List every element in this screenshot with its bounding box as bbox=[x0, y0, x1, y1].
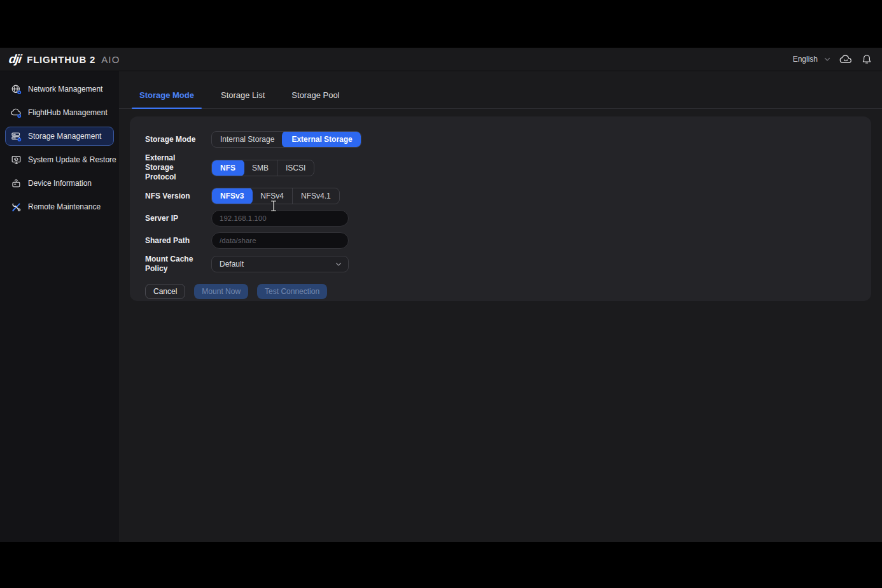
option-nfsv4-1[interactable]: NFSv4.1 bbox=[292, 188, 339, 204]
select-value: Default bbox=[220, 260, 244, 269]
sidebar-item-label: Device Information bbox=[28, 179, 92, 188]
dji-flighthub-logo: dji FLIGHTHUB 2 AIO bbox=[9, 52, 120, 66]
tools-icon bbox=[11, 202, 22, 213]
mount-now-button[interactable]: Mount Now bbox=[194, 284, 248, 299]
server-gear-icon bbox=[11, 131, 22, 142]
option-external-storage[interactable]: External Storage bbox=[282, 131, 361, 148]
sidebar-item-remote-maintenance[interactable]: Remote Maintenance bbox=[5, 197, 114, 216]
sidebar-item-flighthub-management[interactable]: FlightHub Management bbox=[5, 103, 114, 122]
sidebar-item-label: Remote Maintenance bbox=[28, 202, 101, 211]
tab-storage-pool[interactable]: Storage Pool bbox=[284, 90, 347, 108]
sidebar-item-system-update-restore[interactable]: System Update & Restore bbox=[5, 150, 114, 169]
storage-mode-label: Storage Mode bbox=[145, 135, 211, 144]
option-iscsi[interactable]: ISCSI bbox=[277, 160, 314, 176]
option-internal-storage[interactable]: Internal Storage bbox=[212, 132, 283, 147]
nfs-version-segmented: NFSv3 NFSv4 NFSv4.1 bbox=[211, 188, 340, 204]
storage-mode-segmented: Internal Storage External Storage bbox=[211, 131, 361, 148]
chevron-down-icon bbox=[824, 57, 830, 62]
sidebar-item-label: System Update & Restore bbox=[28, 155, 116, 164]
language-selector[interactable]: English bbox=[793, 55, 830, 64]
logo-suffix: AIO bbox=[101, 54, 120, 65]
cancel-button[interactable]: Cancel bbox=[145, 284, 185, 299]
server-ip-label: Server IP bbox=[145, 214, 211, 223]
cloud-sync-icon[interactable] bbox=[839, 54, 853, 64]
shared-path-row: Shared Path bbox=[145, 232, 856, 249]
nfs-version-label: NFS Version bbox=[145, 192, 211, 201]
mount-cache-policy-label: Mount Cache Policy bbox=[145, 255, 211, 274]
test-connection-button[interactable]: Test Connection bbox=[257, 284, 327, 299]
letterbox-bottom bbox=[0, 542, 882, 588]
sidebar-item-label: FlightHub Management bbox=[28, 108, 108, 117]
shared-path-input[interactable] bbox=[211, 232, 349, 249]
option-nfsv4[interactable]: NFSv4 bbox=[252, 188, 292, 204]
tab-label: Storage Pool bbox=[291, 90, 339, 100]
app-window: dji FLIGHTHUB 2 AIO English bbox=[0, 48, 882, 542]
server-ip-input[interactable] bbox=[211, 210, 349, 227]
device-controller-icon bbox=[11, 178, 22, 189]
storage-mode-row: Storage Mode Internal Storage External S… bbox=[145, 131, 856, 148]
sidebar-item-device-information[interactable]: Device Information bbox=[5, 174, 114, 193]
option-smb[interactable]: SMB bbox=[244, 160, 277, 176]
option-nfs[interactable]: NFS bbox=[211, 160, 244, 176]
cloud-gear-icon bbox=[11, 108, 22, 118]
sidebar-item-label: Network Management bbox=[28, 85, 102, 94]
sidebar: Network Management FlightHub Management bbox=[0, 71, 119, 542]
server-ip-row: Server IP bbox=[145, 210, 856, 227]
language-label: English bbox=[793, 55, 818, 64]
tab-storage-mode[interactable]: Storage Mode bbox=[132, 90, 202, 108]
mount-cache-policy-select[interactable]: Default bbox=[211, 256, 349, 272]
main-content: Storage Mode Storage List Storage Pool S… bbox=[119, 71, 882, 542]
tab-bar: Storage Mode Storage List Storage Pool bbox=[119, 71, 882, 109]
chevron-down-icon bbox=[335, 262, 342, 267]
app-header: dji FLIGHTHUB 2 AIO English bbox=[0, 48, 882, 71]
tab-label: Storage Mode bbox=[139, 90, 194, 100]
monitor-update-icon bbox=[11, 155, 22, 165]
letterbox-top bbox=[0, 0, 882, 48]
storage-mode-panel: Storage Mode Internal Storage External S… bbox=[130, 116, 871, 301]
form-actions: Cancel Mount Now Test Connection bbox=[145, 284, 856, 299]
protocol-segmented: NFS SMB ISCSI bbox=[211, 160, 314, 176]
tab-storage-list[interactable]: Storage List bbox=[213, 90, 272, 108]
mount-cache-policy-row: Mount Cache Policy Default bbox=[145, 255, 856, 274]
tab-label: Storage List bbox=[221, 90, 265, 100]
dji-logo-mark: dji bbox=[8, 52, 22, 66]
notifications-bell-icon[interactable] bbox=[862, 54, 872, 65]
nfs-version-row: NFS Version NFSv3 NFSv4 NFSv4.1 bbox=[145, 188, 856, 204]
sidebar-item-label: Storage Management bbox=[28, 132, 101, 141]
globe-gear-icon bbox=[11, 84, 22, 95]
header-actions: English bbox=[793, 54, 872, 65]
shared-path-label: Shared Path bbox=[145, 236, 211, 246]
external-storage-protocol-label: External Storage Protocol bbox=[145, 153, 211, 182]
option-nfsv3[interactable]: NFSv3 bbox=[211, 188, 253, 204]
logo-title: FLIGHTHUB 2 bbox=[27, 54, 95, 65]
sidebar-item-network-management[interactable]: Network Management bbox=[5, 80, 114, 99]
sidebar-item-storage-management[interactable]: Storage Management bbox=[5, 127, 114, 146]
external-storage-protocol-row: External Storage Protocol NFS SMB ISCSI bbox=[145, 153, 856, 182]
